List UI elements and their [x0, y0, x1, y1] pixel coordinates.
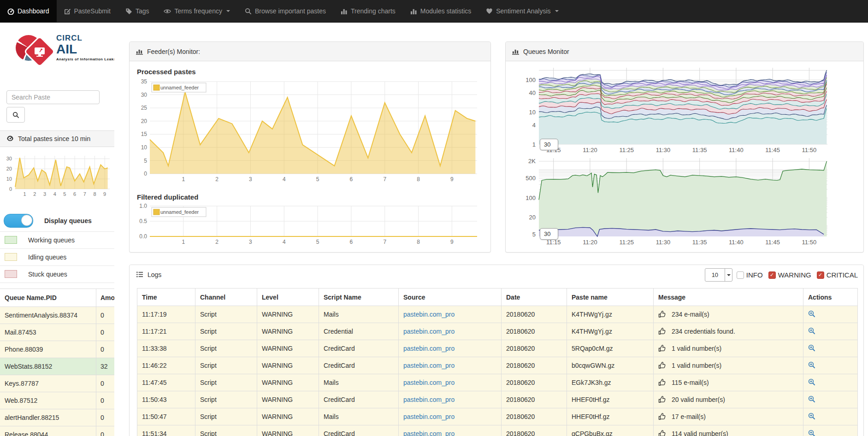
log-script: Mails — [319, 408, 399, 425]
queue-amount: 0 — [96, 426, 114, 436]
legend-working-queues: Working queues — [0, 231, 114, 249]
source-link[interactable]: pastebin.com_pro — [403, 362, 455, 369]
log-script: Mails — [319, 374, 399, 391]
filter-info[interactable]: INFO — [737, 271, 763, 279]
page-size-value: 10 — [705, 271, 725, 278]
queue-row[interactable]: SentimentAnalysis.883740 — [0, 306, 114, 324]
thumbs-up-icon — [658, 379, 666, 386]
queue-row[interactable]: Keys.877870 — [0, 375, 114, 392]
source-link[interactable]: pastebin.com_pro — [403, 328, 455, 335]
queue-amount: 0 — [96, 375, 114, 392]
zoom-action-button[interactable] — [808, 430, 815, 436]
log-date: 20180620 — [502, 323, 567, 340]
queue-row[interactable]: alertHandler.882150 — [0, 409, 114, 426]
zoom-action-button[interactable] — [808, 395, 815, 403]
queues-top-interval-input[interactable]: 30 — [540, 139, 558, 150]
nav-item-trending-charts[interactable]: Trending charts — [333, 0, 403, 22]
total-pastes-chart: 1234567890102030 — [3, 153, 112, 199]
log-message: 115 e-mail(s) — [654, 374, 803, 391]
search-paste-input[interactable] — [6, 90, 100, 104]
svg-text:11:20: 11:20 — [583, 239, 597, 246]
nav-item-tags[interactable]: Tags — [118, 0, 157, 22]
svg-text:9: 9 — [450, 239, 454, 245]
queue-row[interactable]: Web.875120 — [0, 392, 114, 409]
feeder-monitor-header: Feeder(s) Monitor: — [130, 42, 490, 61]
chevron-down-icon — [725, 269, 732, 281]
source-link[interactable]: pastebin.com_pro — [403, 413, 455, 420]
log-date: 20180620 — [502, 374, 567, 391]
queue-name-header: Queue Name.PID — [0, 294, 96, 301]
source-link[interactable]: pastebin.com_pro — [403, 345, 455, 352]
filter-critical[interactable]: ✓CRITICAL — [817, 271, 858, 279]
queue-amount: 0 — [96, 341, 114, 358]
queue-row[interactable]: Mail.874530 — [0, 324, 114, 341]
nav-item-terms-frequency[interactable]: Terms frequency — [156, 0, 237, 22]
log-actions — [803, 357, 858, 374]
log-paste-name: b0cqwGWN.gz — [567, 357, 654, 374]
queues-top-chart: 11:1511:2011:2511:3011:3511:4011:4511:50… — [517, 65, 858, 157]
log-message: 20 valid number(s) — [654, 391, 803, 408]
svg-text:11:45: 11:45 — [765, 147, 780, 153]
nav-item-pastesubmit[interactable]: PasteSubmit — [57, 0, 118, 22]
page-size-select[interactable]: 10 — [705, 268, 732, 282]
source-link[interactable]: pastebin.com_pro — [403, 379, 455, 386]
svg-text:2: 2 — [215, 176, 218, 183]
log-row: 11:17:21ScriptWARNINGCredentialpastebin.… — [137, 323, 858, 340]
zoom-action-button[interactable] — [808, 310, 815, 318]
svg-text:11:15: 11:15 — [546, 239, 561, 246]
log-row: 11:46:22ScriptWARNINGCreditCardpastebin.… — [137, 357, 858, 374]
info-checkbox[interactable] — [737, 271, 744, 279]
nav-item-dashboard[interactable]: Dashboard — [0, 0, 57, 22]
queues-bottom-interval-input[interactable]: 30 — [540, 228, 558, 240]
logs-col-message: Message — [654, 289, 803, 306]
source-link[interactable]: pastebin.com_pro — [403, 396, 455, 403]
log-date: 20180620 — [502, 408, 567, 425]
log-script: CreditCard — [319, 425, 399, 436]
queue-row[interactable]: Phone.880390 — [0, 341, 114, 358]
zoom-action-button[interactable] — [808, 378, 815, 386]
logs-col-actions: Actions — [803, 289, 858, 306]
filter-label: CRITICAL — [827, 271, 858, 279]
log-date: 20180620 — [502, 391, 567, 408]
log-level: WARNING — [257, 323, 319, 340]
filter-warning[interactable]: ✓WARNING — [768, 271, 811, 279]
svg-text:2K: 2K — [528, 158, 536, 165]
nav-item-browse-important-pastes[interactable]: Browse important pastes — [237, 0, 333, 22]
zoom-action-button[interactable] — [808, 327, 815, 335]
queue-row[interactable]: WebStats.8815232 — [0, 358, 114, 375]
svg-text:5: 5 — [144, 158, 147, 164]
source-link[interactable]: pastebin.com_pro — [403, 311, 455, 318]
display-queues-toggle[interactable] — [4, 214, 33, 228]
svg-text:0: 0 — [9, 186, 12, 192]
svg-text:4: 4 — [283, 239, 286, 245]
search-icon — [12, 112, 19, 118]
log-paste-name: HHEF0tHf.gz — [567, 391, 654, 408]
svg-text:11:35: 11:35 — [692, 147, 707, 153]
warning-checkbox[interactable]: ✓ — [768, 271, 776, 279]
nav-item-label: Terms frequency — [174, 7, 222, 15]
nav-item-sentiment-analysis[interactable]: Sentiment Analysis — [478, 0, 566, 22]
thumbs-up-icon — [658, 328, 666, 335]
logo-diamond-icon — [25, 37, 54, 66]
zoom-action-button[interactable] — [808, 361, 815, 369]
processed-pastes-title: Processed pastes — [137, 68, 196, 76]
source-link[interactable]: pastebin.com_pro — [403, 430, 455, 436]
log-message: 1 valid number(s) — [654, 340, 803, 357]
log-time: 11:51:34 — [137, 425, 195, 436]
queues-monitor-title: Queues Monitor — [523, 48, 569, 55]
zoom-in-icon — [808, 430, 815, 436]
zoom-action-button[interactable] — [808, 412, 815, 420]
nav-item-modules-statistics[interactable]: Modules statistics — [403, 0, 478, 22]
logs-col-paste-name: Paste name — [567, 289, 654, 306]
log-actions — [803, 340, 858, 357]
log-level: WARNING — [257, 391, 319, 408]
logs-panel: Logs 10 INFO✓WARNING✓CRITICAL TimeChanne… — [129, 265, 864, 436]
queue-row[interactable]: Release.880440 — [0, 426, 114, 436]
logs-col-channel: Channel — [195, 289, 257, 306]
svg-text:11:40: 11:40 — [729, 239, 744, 246]
log-row: 11:47:45ScriptWARNINGMailspastebin.com_p… — [137, 374, 858, 391]
log-level-filters: INFO✓WARNING✓CRITICAL — [737, 271, 858, 279]
zoom-action-button[interactable] — [808, 344, 815, 352]
critical-checkbox[interactable]: ✓ — [817, 271, 824, 279]
search-submit-button[interactable] — [6, 107, 25, 123]
